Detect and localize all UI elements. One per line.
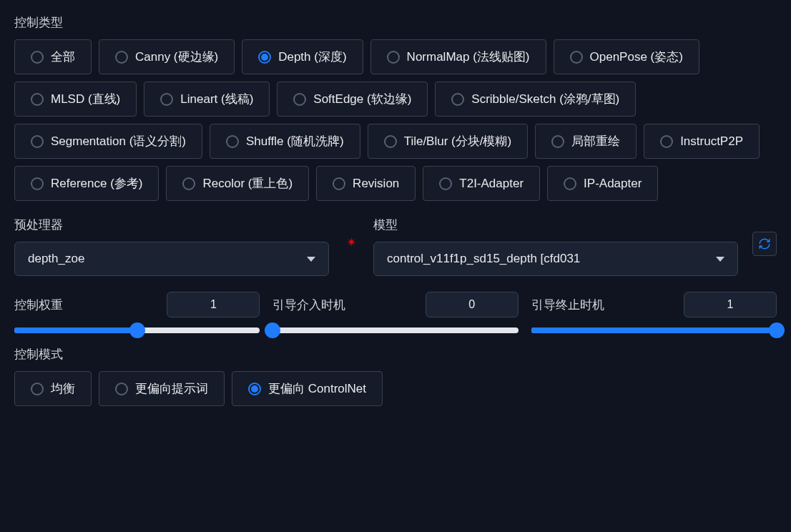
control-type-option-label: T2I-Adapter (459, 177, 524, 191)
radio-icon (226, 135, 239, 148)
end-label: 引导终止时机 (531, 297, 604, 313)
control-type-option[interactable]: Depth (深度) (242, 39, 363, 74)
control-type-option[interactable]: IP-Adapter (547, 166, 658, 201)
control-type-option[interactable]: Tile/Blur (分块/模糊) (368, 124, 529, 159)
control-type-option-label: InstructP2P (680, 134, 743, 149)
control-type-option-label: IP-Adapter (584, 177, 642, 191)
preprocessor-value: depth_zoe (28, 252, 84, 266)
control-type-option[interactable]: NormalMap (法线贴图) (370, 39, 546, 74)
radio-icon (564, 177, 576, 190)
control-type-option[interactable]: Revision (316, 166, 416, 201)
radio-icon (570, 51, 583, 64)
refresh-icon (758, 237, 771, 250)
radio-icon (182, 177, 195, 190)
radio-icon (384, 135, 397, 148)
radio-icon (31, 135, 44, 148)
control-type-option-label: 局部重绘 (571, 133, 620, 149)
start-slider[interactable] (272, 327, 518, 333)
radio-icon (333, 177, 345, 190)
control-mode-option[interactable]: 均衡 (14, 371, 92, 406)
control-type-option[interactable]: 局部重绘 (535, 124, 637, 159)
control-type-option-label: OpenPose (姿态) (590, 49, 683, 65)
radio-icon (31, 93, 44, 106)
control-type-option[interactable]: Lineart (线稿) (144, 82, 270, 117)
control-type-option[interactable]: SoftEdge (软边缘) (277, 82, 428, 117)
radio-icon (160, 93, 173, 106)
control-type-option-label: SoftEdge (软边缘) (313, 91, 411, 107)
start-label: 引导介入时机 (272, 297, 345, 313)
radio-icon (660, 135, 673, 148)
radio-icon (31, 51, 44, 64)
control-type-option[interactable]: Canny (硬边缘) (99, 39, 235, 74)
radio-icon (293, 93, 306, 106)
radio-icon (248, 383, 261, 395)
chevron-down-icon (307, 257, 315, 262)
model-dropdown[interactable]: control_v11f1p_sd15_depth [cfd031 (373, 242, 738, 276)
control-type-option[interactable]: OpenPose (姿态) (554, 39, 699, 74)
control-type-option-label: Segmentation (语义分割) (51, 133, 186, 149)
control-type-option[interactable]: MLSD (直线) (14, 82, 137, 117)
end-slider[interactable] (531, 327, 777, 333)
control-type-option[interactable]: Scribble/Sketch (涂鸦/草图) (435, 82, 636, 117)
control-type-option-label: Lineart (线稿) (180, 91, 253, 107)
control-type-option-label: Tile/Blur (分块/模糊) (404, 133, 512, 149)
radio-icon (258, 51, 271, 64)
model-label: 模型 (373, 217, 738, 233)
control-mode-option-label: 更偏向 ControlNet (268, 380, 366, 397)
radio-icon (115, 51, 128, 64)
control-type-option[interactable]: Reference (参考) (14, 166, 159, 201)
control-type-option[interactable]: Recolor (重上色) (166, 166, 309, 201)
control-type-option-label: Reference (参考) (51, 175, 142, 192)
control-type-option-label: Depth (深度) (278, 49, 346, 65)
control-mode-option[interactable]: 更偏向提示词 (99, 371, 225, 406)
control-type-option[interactable]: Segmentation (语义分割) (14, 124, 202, 159)
radio-icon (551, 135, 564, 148)
model-value: control_v11f1p_sd15_depth [cfd031 (387, 252, 580, 266)
start-value[interactable]: 0 (426, 292, 519, 317)
control-type-label: 控制类型 (14, 14, 777, 31)
control-type-option-label: Scribble/Sketch (涂鸦/草图) (471, 91, 619, 107)
control-type-option-label: MLSD (直线) (51, 91, 120, 107)
control-mode-label: 控制模式 (14, 346, 777, 363)
control-type-option-label: 全部 (51, 49, 75, 65)
control-mode-option-label: 更偏向提示词 (135, 380, 208, 397)
weight-value[interactable]: 1 (167, 292, 260, 317)
control-type-option-label: Shuffle (随机洗牌) (246, 133, 344, 149)
control-type-option-label: Revision (353, 177, 399, 191)
control-mode-option-label: 均衡 (51, 380, 75, 397)
control-type-option-label: NormalMap (法线贴图) (407, 49, 530, 65)
spark-icon[interactable]: ✴ (343, 235, 359, 250)
control-mode-group: 均衡更偏向提示词更偏向 ControlNet (14, 371, 777, 406)
control-type-option[interactable]: Shuffle (随机洗牌) (210, 124, 360, 159)
preprocessor-dropdown[interactable]: depth_zoe (14, 242, 329, 276)
radio-icon (115, 383, 128, 395)
chevron-down-icon (716, 257, 724, 262)
control-type-option[interactable]: InstructP2P (644, 124, 760, 159)
control-type-option-label: Canny (硬边缘) (135, 49, 218, 65)
control-type-option[interactable]: 全部 (14, 39, 92, 74)
preprocessor-label: 预处理器 (14, 217, 329, 233)
control-mode-option[interactable]: 更偏向 ControlNet (232, 371, 383, 406)
control-type-group: 全部Canny (硬边缘)Depth (深度)NormalMap (法线贴图)O… (14, 39, 777, 201)
end-value[interactable]: 1 (684, 292, 777, 317)
radio-icon (387, 51, 400, 64)
control-type-option[interactable]: T2I-Adapter (423, 166, 540, 201)
control-type-option-label: Recolor (重上色) (202, 175, 293, 192)
radio-icon (31, 383, 44, 395)
radio-icon (439, 177, 452, 190)
weight-slider[interactable] (14, 327, 260, 333)
radio-icon (451, 93, 464, 106)
radio-icon (31, 177, 44, 190)
refresh-button[interactable] (752, 232, 777, 256)
weight-label: 控制权重 (14, 297, 63, 313)
